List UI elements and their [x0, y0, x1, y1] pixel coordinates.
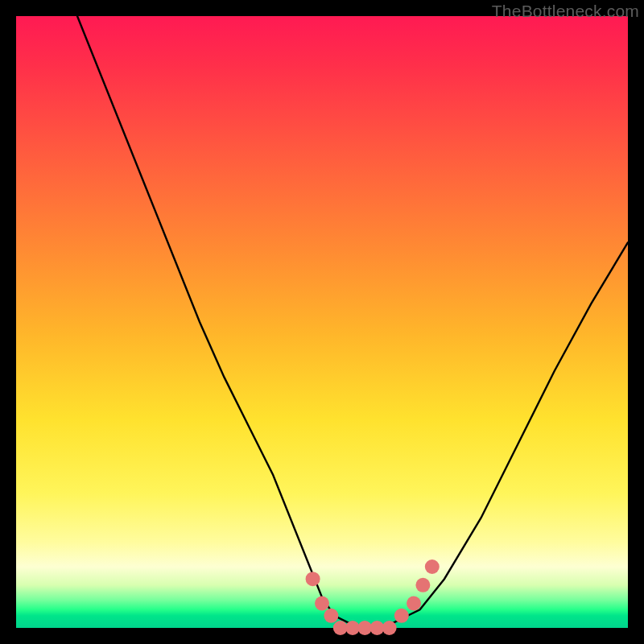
curve-marker [315, 597, 329, 611]
curve-markers [306, 559, 440, 635]
bottleneck-curve-path [77, 16, 628, 628]
bottleneck-curve [77, 16, 628, 628]
curve-marker [394, 609, 409, 623]
bottleneck-chart-svg [16, 16, 628, 628]
curve-marker [324, 609, 338, 623]
curve-marker [382, 621, 397, 635]
curve-marker [306, 572, 320, 586]
curve-marker [425, 559, 440, 574]
curve-marker [407, 597, 421, 611]
watermark-label: TheBottleneck.com [492, 2, 639, 21]
chart-frame [16, 16, 628, 628]
curve-marker [415, 578, 430, 592]
